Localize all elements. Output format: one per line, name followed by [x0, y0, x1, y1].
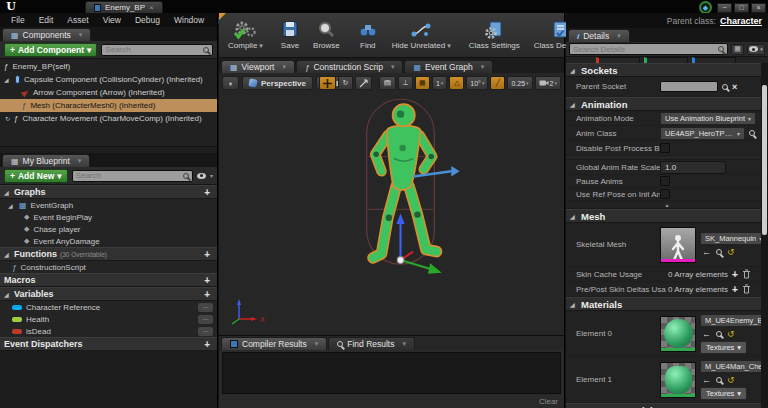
minimize-button[interactable]: −	[717, 3, 732, 13]
maximize-button[interactable]: □	[734, 3, 749, 13]
browse-button[interactable]: Browse	[306, 18, 347, 52]
material-1-textures-button[interactable]: Textures ▾	[700, 387, 747, 400]
add-component-button[interactable]: + Add Component ▾	[4, 43, 97, 57]
search-icon[interactable]	[716, 377, 722, 383]
tree-row-mesh-selected[interactable]: ƒ Mesh (CharacterMesh0) (Inherited)	[0, 99, 217, 112]
tab-compiler-results[interactable]: Compiler Results ▾	[221, 337, 327, 350]
menu-view[interactable]: View	[96, 15, 128, 25]
angle-snap-value-button[interactable]: 10° ▾	[466, 76, 488, 90]
angle-snap-toggle[interactable]: △	[449, 76, 464, 90]
material-1-thumbnail[interactable]	[660, 362, 696, 398]
functions-header[interactable]: ◢ Functions (30 Overridable) +	[0, 247, 217, 261]
sockets-header[interactable]: ◢ Sockets	[566, 63, 768, 77]
event-beginplay-row[interactable]: ◆ Event BeginPlay	[0, 211, 217, 223]
animation-header[interactable]: ◢ Animation	[566, 97, 768, 111]
add-element-icon[interactable]: +	[732, 284, 738, 295]
trash-icon[interactable]	[742, 269, 751, 279]
chevron-down-icon[interactable]: ▾	[210, 172, 213, 179]
details-scrollbar[interactable]	[761, 63, 768, 408]
parent-socket-field[interactable]	[660, 81, 718, 92]
macros-header[interactable]: Macros +	[0, 273, 217, 287]
search-icon[interactable]	[716, 331, 722, 337]
constructionscript-row[interactable]: ƒ ConstructionScript	[0, 261, 217, 273]
grid-snap-toggle[interactable]: ▦	[415, 76, 430, 90]
surface-snap-button[interactable]: ⊥	[398, 76, 413, 90]
clear-socket-icon[interactable]: ×	[732, 82, 737, 92]
visibility-eye-icon[interactable]: —	[198, 327, 213, 336]
menu-file[interactable]: File	[4, 15, 32, 25]
add-dispatcher-icon[interactable]: +	[204, 339, 213, 350]
tab-components[interactable]: ▦ Components ▾	[2, 28, 91, 41]
expander-icon[interactable]: ◢	[4, 251, 11, 258]
add-function-icon[interactable]: +	[204, 249, 213, 260]
scrollbar-thumb[interactable]	[762, 85, 767, 235]
anim-class-dropdown[interactable]: UE4ASP_HeroTPP_AnimBlueprint_C ▾	[660, 127, 745, 140]
parent-class-link[interactable]: Character	[720, 16, 762, 26]
save-button[interactable]: Save	[274, 18, 306, 52]
components-search[interactable]	[101, 44, 213, 56]
menu-edit[interactable]: Edit	[32, 15, 61, 25]
close-window-button[interactable]: ×	[751, 3, 766, 13]
compile-button[interactable]: Compile▾	[221, 18, 270, 52]
mesh-header[interactable]: ◢ Mesh	[566, 209, 768, 223]
details-search-input[interactable]	[573, 45, 718, 54]
tree-row-capsule[interactable]: ◢ Capsule Component (CollisionCylinder) …	[0, 73, 217, 86]
rotate-tool-button[interactable]: ↻	[338, 76, 353, 90]
variable-row-isdead[interactable]: isDead —	[0, 325, 217, 337]
tree-row-self[interactable]: ƒ Enemy_BP(self)	[0, 60, 217, 73]
view-options-eye-icon[interactable]	[197, 173, 206, 179]
tab-find-results[interactable]: Find Results ▾	[328, 337, 415, 350]
reset-icon[interactable]: ↺	[727, 247, 735, 257]
class-settings-button[interactable]: Class Settings	[462, 18, 527, 52]
details-search[interactable]	[569, 43, 728, 55]
skeletal-mesh-thumbnail[interactable]	[660, 227, 696, 263]
materials-header[interactable]: ◢ Materials	[566, 297, 768, 311]
event-anydamage-row[interactable]: ◆ Event AnyDamage	[0, 235, 217, 247]
myblueprint-search-input[interactable]	[76, 171, 183, 180]
global-anim-rate-field[interactable]: 1.0	[660, 161, 726, 174]
clear-button[interactable]: Clear	[539, 397, 558, 406]
display-options-button[interactable]: ▾	[747, 44, 765, 55]
tab-construction-script[interactable]: ƒ Construction Scrip ▾	[296, 60, 403, 73]
viewport-options-button[interactable]: ▾	[222, 76, 239, 90]
viewport-canvas[interactable]: ▾ Perspective Lit ↻	[219, 73, 564, 336]
expander-icon[interactable]: ◢	[4, 76, 11, 83]
ref-pose-checkbox[interactable]	[660, 189, 670, 199]
reset-icon[interactable]: ↺	[727, 375, 735, 385]
grid-snap-value-button[interactable]: 1 ▾	[432, 76, 447, 90]
translate-tool-button[interactable]	[319, 76, 336, 90]
use-selected-icon[interactable]: ←	[702, 329, 711, 339]
add-graph-icon[interactable]: +	[204, 187, 213, 198]
tree-row-charmove[interactable]: ↻ ƒ Character Movement (CharMoveComp) (I…	[0, 112, 217, 125]
graphs-header[interactable]: ◢ Graphs +	[0, 185, 217, 199]
expander-icon[interactable]: ◢	[4, 291, 11, 298]
trash-icon[interactable]	[742, 284, 751, 294]
component-tick-header[interactable]: ◢ Component Tick	[566, 403, 768, 408]
event-dispatchers-header[interactable]: Event Dispatchers +	[0, 337, 217, 351]
material-0-dropdown[interactable]: M_UE4Enemy_Body_2 ▾	[700, 314, 768, 327]
material-0-textures-button[interactable]: Textures ▾	[700, 341, 747, 354]
tab-details[interactable]: i Details ▾	[568, 29, 630, 42]
menu-window[interactable]: Window	[167, 15, 211, 25]
tree-row-arrow[interactable]: Arrow Component (Arrow) (Inherited)	[0, 86, 217, 99]
property-matrix-button[interactable]: ▦	[731, 44, 744, 55]
add-macro-icon[interactable]: +	[204, 275, 213, 286]
scale-tool-button[interactable]	[355, 76, 372, 90]
disable-post-process-checkbox[interactable]	[660, 143, 670, 153]
tab-my-blueprint[interactable]: ▦ My Blueprint ▾	[2, 154, 90, 167]
animation-mode-dropdown[interactable]: Use Animation Blueprint ▾	[660, 112, 756, 125]
reset-icon[interactable]: ↺	[727, 329, 735, 339]
variables-header[interactable]: ◢ Variables +	[0, 287, 217, 301]
variable-row-character-reference[interactable]: Character Reference —	[0, 301, 217, 313]
material-1-dropdown[interactable]: M_UE4Man_ChestLogo_2 ▾	[700, 360, 768, 373]
add-variable-icon[interactable]: +	[204, 289, 213, 300]
hide-unrelated-button[interactable]: Hide Unrelated▾	[385, 18, 458, 52]
menu-asset[interactable]: Asset	[60, 15, 95, 25]
character-mesh-preview[interactable]	[335, 93, 465, 278]
use-selected-icon[interactable]: ←	[702, 375, 711, 385]
close-icon[interactable]: ×	[149, 3, 154, 12]
scale-snap-toggle[interactable]: ╱	[490, 76, 505, 90]
pause-anims-checkbox[interactable]	[660, 176, 670, 186]
use-selected-icon[interactable]: ←	[702, 247, 711, 257]
skeletal-mesh-dropdown[interactable]: SK_Mannequin ▾	[700, 232, 767, 245]
